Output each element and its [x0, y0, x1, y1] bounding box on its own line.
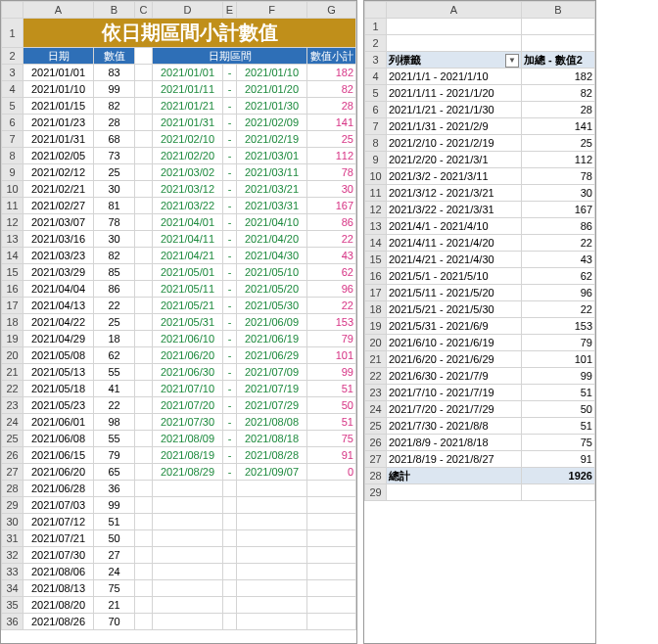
row-header[interactable]: 29 [2, 497, 24, 514]
pivot-row-value[interactable]: 153 [522, 318, 595, 335]
cell[interactable] [223, 497, 237, 514]
cell-value[interactable]: 51 [94, 514, 135, 530]
cell-value[interactable]: 50 [94, 530, 135, 547]
cell-range-end[interactable]: 2021/09/07 [237, 464, 307, 481]
cell[interactable] [237, 530, 307, 547]
cell-value[interactable]: 83 [94, 65, 135, 81]
row-header[interactable]: 22 [365, 368, 387, 385]
pivot-row-label[interactable]: 2021/5/1 - 2021/5/10 [387, 268, 522, 285]
row-header[interactable]: 3 [365, 52, 387, 69]
cell-subtotal[interactable]: 82 [307, 81, 356, 98]
pivot-row-value[interactable]: 75 [522, 435, 595, 451]
cell[interactable] [135, 131, 153, 148]
cell[interactable] [153, 547, 223, 564]
pivot-row-value[interactable]: 50 [522, 401, 595, 418]
pivot-row-value[interactable]: 22 [522, 301, 595, 318]
cell-subtotal[interactable]: 50 [307, 397, 356, 414]
cell[interactable] [153, 497, 223, 514]
cell-date[interactable]: 2021/02/21 [24, 181, 94, 198]
pivot-row-label[interactable]: 2021/7/20 - 2021/7/29 [387, 401, 522, 418]
cell-date[interactable]: 2021/02/27 [24, 198, 94, 214]
cell-dash[interactable]: - [223, 164, 237, 181]
pivot-row-value[interactable]: 51 [522, 418, 595, 435]
row-header[interactable]: 29 [365, 484, 387, 501]
cell-subtotal[interactable]: 25 [307, 131, 356, 148]
cell-subtotal[interactable]: 30 [307, 181, 356, 198]
cell-date[interactable]: 2021/05/13 [24, 364, 94, 381]
cell-range-end[interactable]: 2021/07/29 [237, 397, 307, 414]
pivot-row-value[interactable]: 96 [522, 285, 595, 301]
cell[interactable] [223, 514, 237, 530]
cell[interactable] [135, 115, 153, 131]
row-header[interactable]: 17 [365, 285, 387, 301]
row-header[interactable]: 19 [365, 318, 387, 335]
cell[interactable] [135, 580, 153, 597]
row-header[interactable]: 1 [2, 19, 24, 48]
cell-subtotal[interactable]: 91 [307, 447, 356, 464]
cell[interactable] [135, 214, 153, 231]
cell-range-start[interactable]: 2021/07/20 [153, 397, 223, 414]
row-header[interactable]: 28 [2, 481, 24, 497]
cell[interactable] [135, 81, 153, 98]
cell[interactable] [135, 381, 153, 397]
pivot-row-label-header[interactable]: 列標籤▼ [387, 52, 522, 69]
cell[interactable] [387, 35, 522, 52]
cell-value[interactable]: 36 [94, 481, 135, 497]
cell-dash[interactable]: - [223, 298, 237, 314]
cell-date[interactable]: 2021/03/23 [24, 248, 94, 264]
row-header[interactable]: 1 [365, 19, 387, 35]
pivot-row-label[interactable]: 2021/1/31 - 2021/2/9 [387, 118, 522, 135]
cell-subtotal[interactable]: 79 [307, 331, 356, 347]
cell-value[interactable]: 41 [94, 381, 135, 397]
col-header[interactable]: G [307, 2, 356, 19]
cell-value[interactable]: 70 [94, 614, 135, 630]
pivot-row-value[interactable]: 101 [522, 351, 595, 368]
row-header[interactable]: 10 [2, 181, 24, 198]
row-header[interactable]: 21 [365, 351, 387, 368]
cell-range-end[interactable]: 2021/03/31 [237, 198, 307, 214]
cell-subtotal[interactable]: 101 [307, 347, 356, 364]
cell-range-end[interactable]: 2021/03/21 [237, 181, 307, 198]
row-header[interactable]: 14 [2, 248, 24, 264]
row-header[interactable]: 2 [365, 35, 387, 52]
cell-dash[interactable]: - [223, 281, 237, 298]
cell[interactable] [153, 597, 223, 614]
row-header[interactable]: 20 [2, 347, 24, 364]
cell-dash[interactable]: - [223, 181, 237, 198]
cell-date[interactable]: 2021/04/04 [24, 281, 94, 298]
cell-dash[interactable]: - [223, 231, 237, 248]
row-header[interactable]: 15 [2, 264, 24, 281]
cell[interactable] [237, 481, 307, 497]
cell[interactable] [153, 614, 223, 630]
cell[interactable] [307, 580, 356, 597]
cell-value[interactable]: 27 [94, 547, 135, 564]
cell-date[interactable]: 2021/08/20 [24, 597, 94, 614]
cell-dash[interactable]: - [223, 431, 237, 447]
cell-range-end[interactable]: 2021/08/08 [237, 414, 307, 431]
pivot-row-label[interactable]: 2021/4/11 - 2021/4/20 [387, 235, 522, 252]
cell[interactable] [387, 484, 522, 501]
cell-range-start[interactable]: 2021/05/31 [153, 314, 223, 331]
row-header[interactable]: 23 [2, 397, 24, 414]
pivot-row-value[interactable]: 62 [522, 268, 595, 285]
cell-range-end[interactable]: 2021/06/19 [237, 331, 307, 347]
cell[interactable] [153, 514, 223, 530]
row-header[interactable]: 16 [365, 268, 387, 285]
row-header[interactable]: 24 [2, 414, 24, 431]
col-header[interactable]: A [387, 2, 522, 19]
cell[interactable] [307, 514, 356, 530]
row-header[interactable]: 25 [2, 431, 24, 447]
cell-range-start[interactable]: 2021/04/01 [153, 214, 223, 231]
pivot-row-label[interactable]: 2021/1/11 - 2021/1/20 [387, 85, 522, 102]
cell[interactable] [135, 497, 153, 514]
cell-date[interactable]: 2021/06/01 [24, 414, 94, 431]
cell-range-start[interactable]: 2021/02/10 [153, 131, 223, 148]
cell-range-end[interactable]: 2021/05/20 [237, 281, 307, 298]
row-header[interactable]: 15 [365, 252, 387, 268]
cell[interactable] [135, 148, 153, 164]
cell[interactable] [522, 35, 595, 52]
cell-subtotal[interactable]: 182 [307, 65, 356, 81]
pivot-row-label[interactable]: 2021/7/10 - 2021/7/19 [387, 385, 522, 401]
cell[interactable] [135, 447, 153, 464]
cell[interactable] [307, 481, 356, 497]
